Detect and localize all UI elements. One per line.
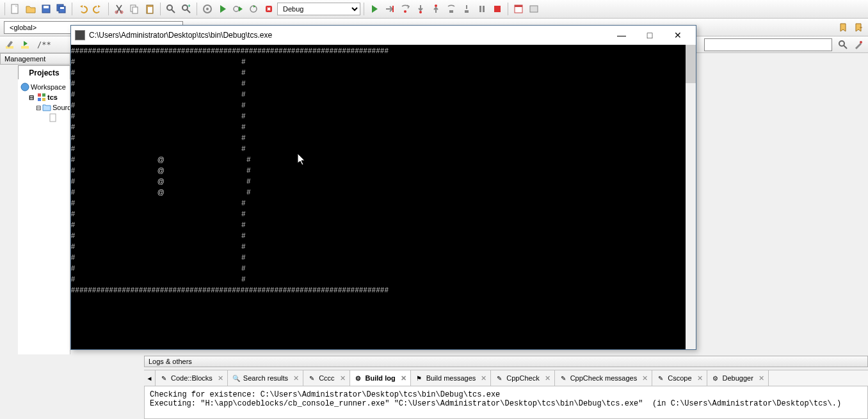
open-button[interactable] <box>24 2 38 16</box>
svg-rect-2 <box>44 6 49 8</box>
close-tab-icon[interactable]: ✕ <box>293 374 299 383</box>
close-tab-icon[interactable]: ✕ <box>642 374 648 383</box>
log-tab-cppcheck[interactable]: ✎CppCheck✕ <box>491 370 554 386</box>
save-button[interactable] <box>39 2 53 16</box>
gear-icon: ⚙ <box>354 374 363 383</box>
next-line-button[interactable] <box>398 2 412 16</box>
build-button[interactable] <box>200 2 214 16</box>
tree-sources-row[interactable]: ⊟ Sources <box>18 102 70 113</box>
console-output[interactable]: ########################################… <box>71 45 696 349</box>
new-file-button[interactable] <box>8 2 22 16</box>
console-title: C:\Users\Administrator\Desktop\tcs\bin\D… <box>89 31 607 40</box>
maximize-button[interactable]: □ <box>636 26 664 44</box>
svg-point-35 <box>839 41 844 46</box>
log-tab-buildmsg[interactable]: ⚑Build messages✕ <box>411 370 492 386</box>
replace-button[interactable] <box>179 2 193 16</box>
log-tab-cccc[interactable]: ✎Cccc✕ <box>303 370 350 386</box>
svg-rect-32 <box>530 6 538 12</box>
debug-continue-button[interactable] <box>367 2 382 16</box>
svg-point-22 <box>404 10 406 13</box>
isearch-options-button[interactable] <box>836 38 850 52</box>
find-button[interactable] <box>164 2 178 16</box>
tree-project-row[interactable]: ⊟ tcs <box>18 92 70 102</box>
svg-point-17 <box>206 8 209 10</box>
abort-button[interactable] <box>262 2 276 16</box>
log-tab-search[interactable]: 🔍Search results✕ <box>228 370 303 386</box>
pencil-icon: ✎ <box>495 374 504 383</box>
build-run-button[interactable] <box>231 2 245 16</box>
copy-button[interactable] <box>127 2 141 16</box>
close-tab-icon[interactable]: ✕ <box>401 374 406 383</box>
svg-rect-5 <box>60 7 64 9</box>
next-instr-button[interactable] <box>444 2 458 16</box>
close-tab-icon[interactable]: ✕ <box>340 374 346 383</box>
main-toolbar: Debug <box>0 0 868 19</box>
expander-minus-icon[interactable]: ⊟ <box>27 93 36 102</box>
workspace-icon <box>20 83 29 91</box>
cut-button[interactable] <box>112 2 126 16</box>
log-tab-cppcheckmsg[interactable]: ✎CppCheck messages✕ <box>555 370 653 386</box>
console-scrollbar-thumb[interactable] <box>686 45 696 83</box>
close-tab-icon[interactable]: ✕ <box>218 374 223 383</box>
various-info-button[interactable] <box>527 2 541 16</box>
svg-rect-27 <box>479 6 481 12</box>
logs-panel-header: Logs & others <box>144 356 868 367</box>
step-out-button[interactable] <box>429 2 443 16</box>
svg-rect-9 <box>133 7 138 13</box>
svg-line-15 <box>187 10 190 13</box>
svg-rect-29 <box>494 6 501 12</box>
svg-line-13 <box>172 10 175 13</box>
minimize-button[interactable]: — <box>607 26 636 44</box>
settings-button[interactable] <box>851 38 865 52</box>
stop-debug-button[interactable] <box>490 2 504 16</box>
undo-button[interactable] <box>76 2 90 16</box>
tree-workspace-row[interactable]: Workspace <box>18 82 70 92</box>
bookmark-prev-button[interactable] <box>836 20 850 35</box>
build-log-output[interactable]: Checking for existence: C:\Users\Adminis… <box>144 386 868 419</box>
console-titlebar[interactable]: C:\Users\Administrator\Desktop\tcs\bin\D… <box>71 26 696 45</box>
console-app-icon <box>75 30 85 40</box>
highlight-button[interactable] <box>3 38 17 52</box>
paste-button[interactable] <box>143 2 157 16</box>
projects-tab[interactable]: Projects <box>18 65 70 79</box>
svg-point-14 <box>182 5 188 10</box>
redo-button[interactable] <box>91 2 105 16</box>
close-tab-icon[interactable]: ✕ <box>697 374 703 383</box>
run-highlight-button[interactable] <box>18 38 32 52</box>
save-all-button[interactable] <box>54 2 68 16</box>
run-button[interactable] <box>216 2 230 16</box>
logs-tabs: ◄ ✎Code::Blocks✕ 🔍Search results✕ ✎Cccc✕… <box>144 370 868 386</box>
comment-toggle-label: /** <box>37 40 51 49</box>
debugging-windows-button[interactable] <box>511 2 526 16</box>
console-scrollbar[interactable] <box>686 45 696 349</box>
close-tab-icon[interactable]: ✕ <box>759 374 764 383</box>
logs-tab-prev-button[interactable]: ◄ <box>144 370 156 386</box>
close-button[interactable]: ✕ <box>664 26 692 44</box>
close-tab-icon[interactable]: ✕ <box>481 374 486 383</box>
svg-rect-25 <box>449 10 453 13</box>
project-icon <box>37 93 46 102</box>
step-into-button[interactable] <box>414 2 428 16</box>
svg-rect-0 <box>12 4 18 13</box>
rebuild-button[interactable] <box>246 2 261 16</box>
close-tab-icon[interactable]: ✕ <box>545 374 551 383</box>
bookmark-next-button[interactable] <box>851 20 865 35</box>
log-tab-debugger[interactable]: ⚙Debugger✕ <box>707 370 769 386</box>
expander-minus-icon[interactable]: ⊟ <box>36 103 41 112</box>
svg-point-37 <box>860 41 862 43</box>
pencil-icon: ✎ <box>307 374 316 383</box>
isearch-input[interactable] <box>704 38 832 51</box>
log-tab-codeblocks[interactable]: ✎Code::Blocks✕ <box>156 370 228 386</box>
step-into-instr-button[interactable] <box>460 2 474 16</box>
management-panel-header: Management <box>0 53 70 65</box>
folder-open-icon <box>42 103 51 112</box>
svg-rect-34 <box>21 46 29 49</box>
svg-rect-39 <box>38 93 41 97</box>
break-button[interactable] <box>475 2 489 16</box>
log-tab-cscope[interactable]: ✎Cscope✕ <box>652 370 707 386</box>
build-target-select[interactable]: Debug <box>277 3 360 15</box>
log-tab-buildlog[interactable]: ⚙Build log✕ <box>350 370 411 386</box>
run-to-cursor-button[interactable] <box>383 2 397 16</box>
svg-point-38 <box>21 83 29 91</box>
tree-file-row[interactable] <box>18 113 70 123</box>
